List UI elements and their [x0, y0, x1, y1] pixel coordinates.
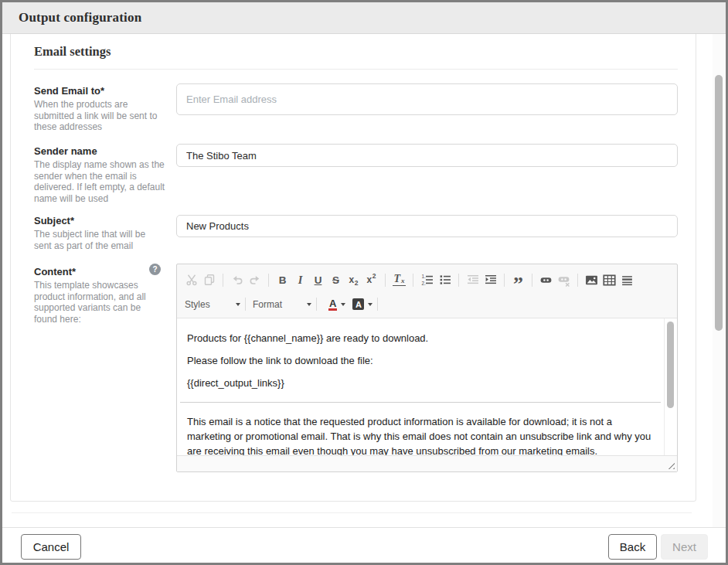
toolbar-separator — [223, 274, 223, 287]
unlink-icon — [557, 274, 570, 287]
italic-icon: I — [298, 274, 303, 287]
editor-paragraph: {{direct_output_links}} — [187, 376, 654, 390]
unlink-button — [555, 271, 573, 290]
editor-paragraph: Please follow the link to download the f… — [187, 353, 654, 368]
section-title: Email settings — [34, 44, 111, 60]
bulleted-list-button[interactable] — [436, 271, 454, 290]
background-color-icon: A — [352, 298, 364, 310]
dialog-footer: Cancel Back Next — [2, 527, 726, 563]
back-button[interactable]: Back — [608, 534, 657, 560]
sender-name-label: Sender name — [34, 145, 170, 157]
format-dropdown[interactable]: Format — [250, 295, 311, 314]
text-color-icon: A — [328, 298, 337, 311]
underline-icon: U — [315, 274, 322, 286]
italic-button[interactable]: I — [291, 271, 309, 290]
subject-label: Subject* — [34, 215, 170, 226]
undo-icon — [231, 274, 243, 286]
table-icon — [603, 274, 616, 287]
strikethrough-icon: S — [332, 274, 339, 286]
outdent-button — [464, 271, 481, 290]
resize-handle-icon[interactable] — [666, 461, 675, 469]
editor-divider — [180, 402, 661, 403]
dialog-title: Output configuration — [19, 10, 141, 26]
subject-input[interactable] — [176, 215, 678, 237]
chevron-down-icon — [307, 303, 311, 306]
dialog-header: Output configuration — [2, 2, 726, 34]
toolbar-separator — [577, 274, 578, 287]
image-icon — [585, 274, 598, 287]
chevron-down-icon — [341, 303, 345, 306]
toolbar-separator — [385, 274, 386, 287]
svg-text:1.: 1. — [421, 274, 426, 279]
outdent-icon — [467, 274, 479, 286]
editor-paragraph: Products for {{channel_name}} are ready … — [187, 331, 654, 345]
sender-name-description: The display name shown as the sender whe… — [34, 159, 165, 204]
superscript-icon: x2 — [367, 274, 376, 285]
superscript-button[interactable]: x2 — [362, 271, 380, 290]
toolbar-separator — [413, 274, 413, 287]
sender-name-input[interactable] — [176, 144, 678, 167]
blockquote-icon: ” — [513, 281, 523, 288]
editor-paragraph: This email is a notice that the requeste… — [187, 414, 654, 455]
bulleted-list-icon — [439, 274, 451, 286]
send-email-to-description: When the products are submitted a link w… — [34, 99, 165, 133]
remove-format-icon: Tx — [393, 274, 405, 286]
editor-toolbar-row1: B I U S x2 x2 Tx 1.2. — [177, 264, 677, 293]
editor-content-area: Products for {{channel_name}} are ready … — [177, 318, 677, 456]
indent-icon — [485, 274, 497, 286]
toolbar-separator — [377, 298, 378, 311]
output-configuration-dialog: Output configuration Email settings Send… — [0, 0, 728, 565]
editor-scrollbar[interactable] — [664, 318, 677, 455]
redo-icon — [249, 274, 261, 286]
bold-icon: B — [279, 274, 287, 286]
svg-text:2.: 2. — [421, 281, 426, 286]
toolbar-separator — [268, 274, 269, 287]
dialog-scrollbar[interactable] — [713, 34, 725, 528]
numbered-list-icon: 1.2. — [421, 274, 434, 286]
content-editor-body[interactable]: Products for {{channel_name}} are ready … — [177, 318, 665, 455]
link-button[interactable] — [537, 271, 555, 290]
content-rich-text-editor: B I U S x2 x2 Tx 1.2. — [176, 264, 678, 472]
send-email-to-label: Send Email to* — [34, 85, 170, 97]
editor-toolbar-row2: Styles Format A A — [177, 293, 677, 318]
indent-button[interactable] — [481, 271, 499, 290]
dialog-body: Email settings Send Email to* When the p… — [2, 34, 726, 528]
cut-icon — [185, 274, 198, 286]
bold-button[interactable]: B — [274, 271, 291, 290]
styles-dropdown[interactable]: Styles — [182, 295, 240, 314]
toolbar-separator — [532, 274, 532, 287]
next-button: Next — [661, 534, 708, 560]
horizontal-rule-button[interactable] — [618, 271, 636, 290]
cancel-button[interactable]: Cancel — [21, 534, 81, 560]
background-color-button[interactable]: A — [352, 298, 373, 310]
table-button[interactable] — [600, 271, 618, 290]
horizontal-rule-icon — [621, 274, 634, 287]
blockquote-button[interactable]: ” — [509, 271, 527, 290]
remove-format-button[interactable]: Tx — [390, 271, 408, 290]
toolbar-separator — [245, 298, 246, 311]
section-divider — [34, 69, 678, 70]
underline-button[interactable]: U — [309, 271, 327, 290]
copy-icon — [203, 274, 216, 286]
cut-button — [182, 271, 200, 290]
question-mark-icon[interactable]: ? — [149, 264, 161, 275]
subscript-button[interactable]: x2 — [345, 271, 362, 290]
scroll-end-divider — [12, 512, 692, 513]
editor-scrollbar-thumb[interactable] — [667, 322, 674, 408]
numbered-list-button[interactable]: 1.2. — [418, 271, 436, 290]
redo-button — [246, 271, 264, 290]
dialog-scrollbar-thumb[interactable] — [715, 75, 723, 331]
text-color-button[interactable]: A — [328, 298, 345, 311]
send-email-to-input[interactable] — [176, 83, 678, 115]
subscript-icon: x2 — [349, 274, 359, 285]
toolbar-separator — [316, 298, 317, 311]
strikethrough-button[interactable]: S — [327, 271, 345, 290]
subject-description: The subject line that will be sent as pa… — [34, 229, 165, 251]
copy-button — [200, 271, 218, 290]
styles-dropdown-label: Styles — [185, 299, 210, 310]
toolbar-separator — [458, 274, 459, 287]
format-dropdown-label: Format — [253, 299, 282, 310]
chevron-down-icon — [236, 303, 240, 306]
image-button[interactable] — [583, 271, 600, 290]
chevron-down-icon — [368, 303, 373, 306]
